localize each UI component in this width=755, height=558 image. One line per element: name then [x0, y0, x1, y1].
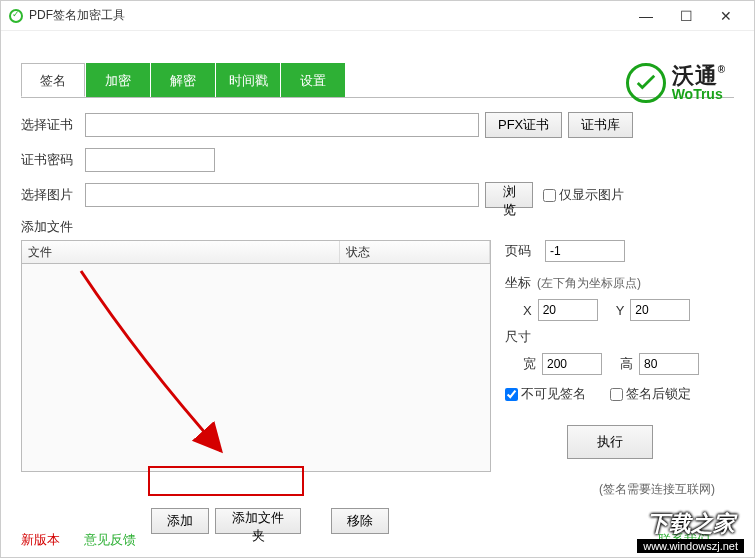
- maximize-button[interactable]: ☐: [666, 1, 706, 31]
- logo-badge-icon: [626, 63, 666, 103]
- addfile-label: 添加文件: [21, 218, 85, 236]
- feedback-link[interactable]: 意见反馈: [84, 531, 136, 549]
- app-icon: [9, 9, 23, 23]
- invisible-checkbox-label[interactable]: 不可见签名: [505, 385, 586, 403]
- col-file[interactable]: 文件: [22, 241, 340, 263]
- window-title: PDF签名加密工具: [29, 7, 626, 24]
- tab-settings[interactable]: 设置: [281, 63, 345, 97]
- coord-hint: (左下角为坐标原点): [537, 275, 641, 292]
- tab-encrypt[interactable]: 加密: [86, 63, 150, 97]
- browse-button[interactable]: 浏览: [485, 182, 533, 208]
- pfx-button[interactable]: PFX证书: [485, 112, 562, 138]
- image-label: 选择图片: [21, 186, 85, 204]
- cert-label: 选择证书: [21, 116, 85, 134]
- width-label: 宽: [523, 355, 536, 373]
- size-label: 尺寸: [505, 328, 531, 346]
- coord-label: 坐标: [505, 274, 531, 292]
- side-panel: 页码 坐标 (左下角为坐标原点) X Y 尺寸 宽: [505, 240, 715, 498]
- page-label: 页码: [505, 242, 539, 260]
- execute-button[interactable]: 执行: [567, 425, 653, 459]
- cert-input[interactable]: [85, 113, 479, 137]
- imageonly-checkbox-label[interactable]: 仅显示图片: [543, 186, 624, 204]
- file-table-body[interactable]: [21, 264, 491, 472]
- certstore-button[interactable]: 证书库: [568, 112, 633, 138]
- watermark: 下载之家 www.windowszj.net: [637, 509, 744, 553]
- password-input[interactable]: [85, 148, 215, 172]
- y-label: Y: [616, 303, 625, 318]
- height-input[interactable]: [639, 353, 699, 375]
- logo-en: WoTrus: [672, 87, 726, 101]
- col-status[interactable]: 状态: [340, 241, 490, 263]
- x-label: X: [523, 303, 532, 318]
- logo-cn: 沃通: [672, 63, 718, 88]
- lock-checkbox-label[interactable]: 签名后锁定: [610, 385, 691, 403]
- new-version-link[interactable]: 新版本: [21, 531, 60, 549]
- brand-logo: 沃通® WoTrus: [626, 63, 726, 103]
- tab-timestamp[interactable]: 时间戳: [216, 63, 280, 97]
- page-input[interactable]: [545, 240, 625, 262]
- imageonly-checkbox[interactable]: [543, 189, 556, 202]
- image-input[interactable]: [85, 183, 479, 207]
- minimize-button[interactable]: —: [626, 1, 666, 31]
- close-button[interactable]: ✕: [706, 1, 746, 31]
- x-input[interactable]: [538, 299, 598, 321]
- height-label: 高: [620, 355, 633, 373]
- tab-decrypt[interactable]: 解密: [151, 63, 215, 97]
- lock-checkbox[interactable]: [610, 388, 623, 401]
- width-input[interactable]: [542, 353, 602, 375]
- tab-sign[interactable]: 签名: [21, 63, 85, 97]
- invisible-checkbox[interactable]: [505, 388, 518, 401]
- watermark-url: www.windowszj.net: [637, 539, 744, 553]
- network-hint: (签名需要连接互联网): [505, 481, 715, 498]
- password-label: 证书密码: [21, 151, 85, 169]
- file-table: 文件 状态: [21, 240, 491, 498]
- watermark-text: 下载之家: [637, 509, 744, 539]
- y-input[interactable]: [630, 299, 690, 321]
- footer: 新版本 意见反馈 联系我们: [21, 531, 734, 549]
- titlebar: PDF签名加密工具 — ☐ ✕: [1, 1, 754, 31]
